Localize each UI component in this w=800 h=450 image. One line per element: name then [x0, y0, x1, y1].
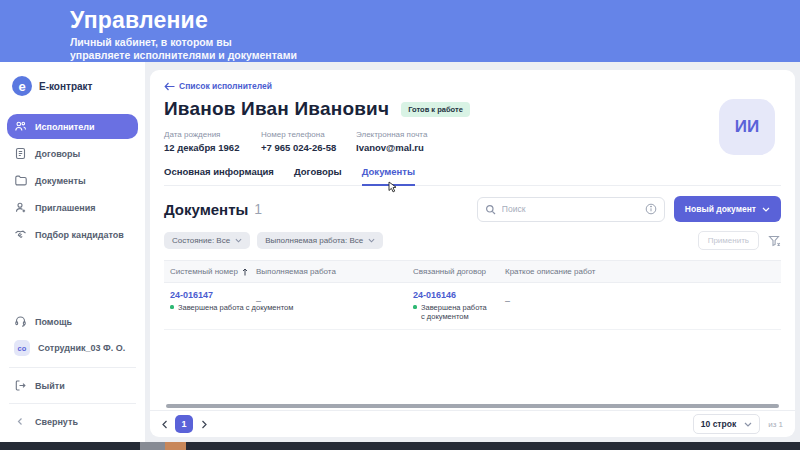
- field-value: +7 965 024-26-58: [261, 142, 356, 153]
- sidebar-item-documents[interactable]: Документы: [7, 168, 138, 193]
- column-header-contract[interactable]: Связанный договор: [413, 267, 505, 276]
- banner-title: Управление: [70, 7, 800, 34]
- logout-icon: [14, 379, 27, 392]
- tab-label: Договоры: [294, 166, 342, 177]
- headset-icon: [14, 315, 27, 328]
- chevron-left-icon: [14, 415, 27, 428]
- status-dot-icon: [413, 305, 417, 309]
- new-document-label: Новый документ: [685, 204, 756, 214]
- tab-documents[interactable]: Документы: [362, 166, 415, 186]
- filter-work[interactable]: Выполняемая работа: Все: [257, 232, 383, 249]
- column-label: Системный номер: [170, 267, 238, 276]
- back-link-label: Список исполнителей: [179, 81, 272, 91]
- search-box[interactable]: [477, 197, 665, 222]
- column-label: Краткое описание работ: [505, 267, 595, 276]
- filter-state[interactable]: Состояние: Все: [164, 232, 250, 249]
- contract-icon: [14, 147, 27, 160]
- chevron-down-icon: [762, 207, 770, 212]
- field-email: Электронная почта Ivanov@mal.ru: [356, 130, 427, 153]
- tab-contracts[interactable]: Договоры: [294, 166, 342, 185]
- mouse-cursor-icon: [388, 181, 398, 193]
- user-avatar: со: [14, 340, 30, 356]
- contract-status: Завершена работа с документом: [421, 303, 491, 321]
- page-number-button[interactable]: 1: [175, 415, 193, 433]
- chevron-down-icon: [744, 422, 752, 427]
- column-header-system-number[interactable]: Системный номер: [170, 267, 256, 276]
- sidebar-item-label: Договоры: [35, 149, 80, 159]
- profile-tabs: Основная информация Договоры Документы: [164, 166, 781, 186]
- sidebar: е Е-контракт Исполнители Договоры: [0, 62, 145, 442]
- progress-segment: [140, 442, 165, 450]
- status-dot-icon: [170, 305, 174, 309]
- field-label: Дата рождения: [164, 130, 261, 139]
- description-value: –: [505, 296, 510, 306]
- sidebar-item-executors[interactable]: Исполнители: [7, 114, 138, 139]
- column-label: Выполняемая работа: [256, 267, 336, 276]
- apply-filters-button[interactable]: Применить: [698, 231, 759, 250]
- collapse-label: Свернуть: [35, 417, 78, 427]
- prev-page-icon[interactable]: [156, 416, 172, 432]
- sort-asc-icon: [242, 268, 248, 276]
- column-header-work[interactable]: Выполняемая работа: [256, 267, 413, 276]
- back-link[interactable]: Список исполнителей: [164, 81, 272, 91]
- handshake-icon: [14, 228, 27, 241]
- contract-number-link[interactable]: 24-016146: [413, 290, 491, 300]
- sidebar-item-label: Исполнители: [35, 122, 95, 132]
- sidebar-item-contracts[interactable]: Договоры: [7, 141, 138, 166]
- field-value: 12 декабря 1962: [164, 142, 261, 153]
- sidebar-item-invitations[interactable]: Приглашения: [7, 195, 138, 220]
- search-input[interactable]: [502, 204, 639, 214]
- user-account[interactable]: со Сотрудник_03 Ф. О.: [7, 334, 138, 362]
- brand-logo-icon: е: [12, 76, 32, 96]
- field-label: Номер телефона: [261, 130, 356, 139]
- person-name: Иванов Иван Иванович: [164, 98, 389, 120]
- documents-count: 1: [254, 201, 262, 217]
- brand: е Е-контракт: [7, 76, 138, 96]
- person-add-icon: [14, 201, 27, 214]
- tab-label: Документы: [362, 166, 415, 177]
- documents-section-title: Документы: [164, 201, 248, 218]
- tab-main-info[interactable]: Основная информация: [164, 166, 274, 185]
- tab-label: Основная информация: [164, 166, 274, 177]
- clear-filter-icon[interactable]: [768, 235, 781, 247]
- filter-label: Состояние: Все: [172, 236, 230, 245]
- info-icon[interactable]: [645, 203, 657, 215]
- horizontal-scrollbar[interactable]: [166, 404, 779, 408]
- chevron-down-icon: [235, 238, 242, 243]
- document-number-link[interactable]: 24-016147: [170, 290, 256, 300]
- rows-per-page-select[interactable]: 10 строк: [693, 414, 760, 434]
- banner-subtitle-line1: Личный кабинет, в котором вы: [70, 36, 800, 49]
- new-document-button[interactable]: Новый документ: [674, 196, 781, 222]
- help-label: Помощь: [35, 317, 72, 327]
- column-label: Связанный договор: [413, 267, 486, 276]
- people-icon: [14, 120, 27, 133]
- table-row[interactable]: 24-016147 Завершена работа с документом …: [164, 283, 781, 330]
- collapse-button[interactable]: Свернуть: [7, 409, 138, 434]
- field-phone: Номер телефона +7 965 024-26-58: [261, 130, 356, 153]
- user-name: Сотрудник_03 Ф. О.: [38, 343, 125, 353]
- logout-button[interactable]: Выйти: [7, 373, 138, 398]
- video-progress-bar[interactable]: [0, 442, 800, 450]
- page-of-label: из 1: [768, 420, 783, 429]
- chevron-down-icon: [368, 238, 375, 243]
- banner-subtitle-line2: управляете исполнителями и документами: [70, 49, 800, 62]
- back-arrow-icon: [164, 82, 175, 91]
- page-banner: Управление Личный кабинет, в котором вы …: [0, 0, 800, 62]
- field-birthdate: Дата рождения 12 декабря 1962: [164, 130, 261, 153]
- work-value: –: [256, 296, 261, 306]
- sidebar-item-label: Документы: [35, 176, 86, 186]
- folder-icon: [14, 174, 27, 187]
- divider: [9, 403, 136, 404]
- table-header: Системный номер Выполняемая работа Связа…: [164, 260, 781, 283]
- search-icon: [485, 204, 496, 215]
- next-page-icon[interactable]: [196, 416, 212, 432]
- progress-segment: [165, 442, 186, 450]
- sidebar-item-label: Приглашения: [35, 203, 95, 213]
- column-header-description[interactable]: Краткое описание работ: [505, 267, 781, 276]
- logout-label: Выйти: [35, 381, 65, 391]
- sidebar-item-candidate-selection[interactable]: Подбор кандидатов: [7, 222, 138, 247]
- field-label: Электронная почта: [356, 130, 427, 139]
- help-button[interactable]: Помощь: [7, 309, 138, 334]
- sidebar-item-label: Подбор кандидатов: [35, 230, 124, 240]
- divider: [9, 367, 136, 368]
